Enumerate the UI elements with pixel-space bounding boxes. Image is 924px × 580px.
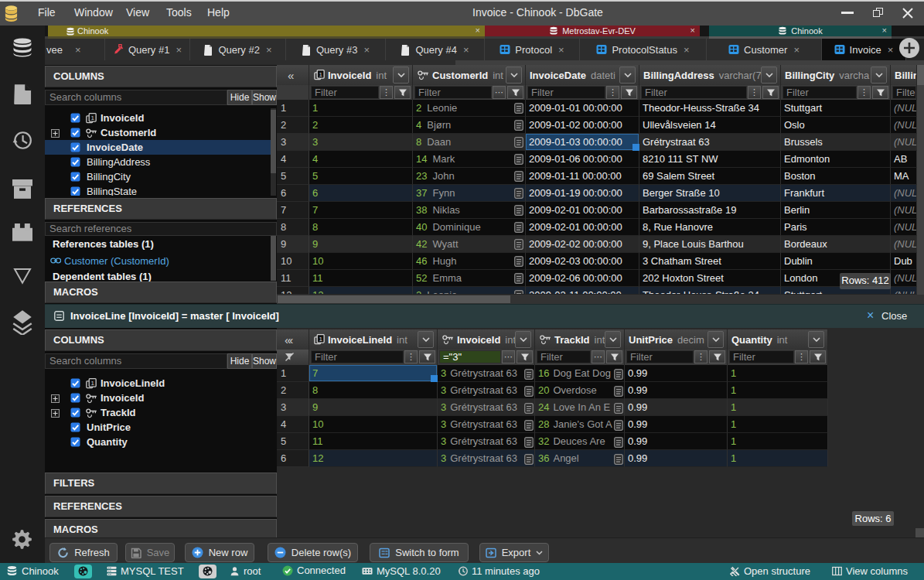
svg-text:1: 1 xyxy=(90,114,94,121)
svg-text:1: 1 xyxy=(319,336,322,343)
svg-text:1: 1 xyxy=(319,71,322,78)
svg-text:1: 1 xyxy=(90,380,94,387)
